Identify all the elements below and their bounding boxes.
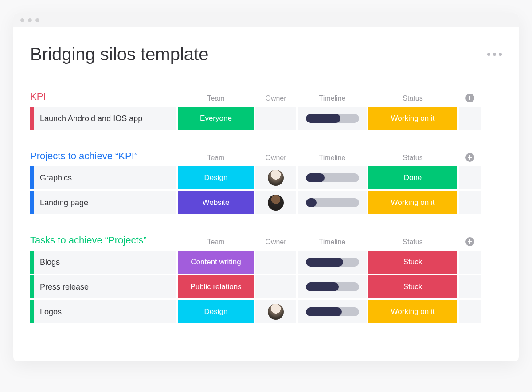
timeline-fill	[306, 173, 325, 182]
column-header-timeline[interactable]: Timeline	[298, 154, 367, 164]
plus-icon	[466, 94, 474, 102]
owner-cell[interactable]	[255, 166, 296, 189]
board-header: Bridging silos template	[30, 44, 502, 64]
table-row: Press releasePublic relationsStuck	[30, 275, 502, 298]
board-content: Bridging silos template KPITeamOwnerTime…	[13, 27, 519, 361]
window-titlebar	[13, 13, 519, 27]
group-title[interactable]: KPI	[30, 91, 176, 104]
status-cell[interactable]: Working on it	[368, 300, 457, 323]
row-tail-cell	[459, 251, 481, 274]
column-header-owner[interactable]: Owner	[255, 94, 296, 104]
owner-cell[interactable]	[255, 191, 296, 214]
timeline-bar	[306, 114, 359, 123]
column-header-owner[interactable]: Owner	[255, 238, 296, 248]
item-name-cell[interactable]: Landing page	[30, 191, 176, 214]
row-tail-cell	[459, 107, 481, 130]
timeline-bar	[306, 307, 359, 316]
timeline-cell[interactable]	[298, 300, 367, 323]
status-cell[interactable]: Stuck	[368, 251, 457, 274]
group-title[interactable]: Tasks to achieve “Projects”	[30, 235, 176, 248]
table-row: Landing pageWebsiteWorking on it	[30, 191, 502, 214]
column-header-owner[interactable]: Owner	[255, 154, 296, 164]
group: Tasks to achieve “Projects”TeamOwnerTime…	[30, 235, 502, 323]
owner-cell[interactable]	[255, 251, 296, 274]
row-tail-cell	[459, 191, 481, 214]
timeline-cell[interactable]	[298, 107, 367, 130]
plus-icon	[466, 153, 474, 162]
page-title: Bridging silos template	[30, 44, 208, 64]
team-cell[interactable]: Design	[178, 166, 254, 189]
status-cell[interactable]: Working on it	[368, 191, 457, 214]
more-menu-button[interactable]	[487, 53, 502, 56]
status-cell[interactable]: Working on it	[368, 107, 457, 130]
team-cell[interactable]: Design	[178, 300, 254, 323]
owner-cell[interactable]	[255, 107, 296, 130]
window-dot	[28, 18, 32, 22]
timeline-fill	[306, 198, 317, 207]
item-name-cell[interactable]: Launch Android and IOS app	[30, 107, 176, 130]
window-dot	[35, 18, 39, 22]
team-cell[interactable]: Website	[178, 191, 254, 214]
table-row: LogosDesignWorking on it	[30, 300, 502, 323]
team-cell[interactable]: Content writing	[178, 251, 254, 274]
timeline-cell[interactable]	[298, 191, 367, 214]
avatar	[268, 195, 284, 211]
avatar	[268, 304, 284, 320]
add-column-button[interactable]	[459, 237, 481, 248]
group-title[interactable]: Projects to achieve “KPI”	[30, 150, 176, 164]
table-row: Launch Android and IOS appEveryoneWorkin…	[30, 107, 502, 130]
status-cell[interactable]: Stuck	[368, 275, 457, 298]
timeline-bar	[306, 282, 359, 291]
table-row: GraphicsDesignDone	[30, 166, 502, 189]
column-header-status[interactable]: Status	[368, 94, 457, 104]
add-column-button[interactable]	[459, 94, 481, 104]
item-name-cell[interactable]: Press release	[30, 275, 176, 298]
row-tail-cell	[459, 275, 481, 298]
item-name-cell[interactable]: Logos	[30, 300, 176, 323]
team-cell[interactable]: Everyone	[178, 107, 254, 130]
team-cell[interactable]: Public relations	[178, 275, 254, 298]
group-header: Projects to achieve “KPI”TeamOwnerTimeli…	[30, 150, 502, 164]
group-header: Tasks to achieve “Projects”TeamOwnerTime…	[30, 235, 502, 248]
column-header-timeline[interactable]: Timeline	[298, 94, 367, 104]
timeline-fill	[306, 307, 342, 316]
column-header-team[interactable]: Team	[178, 94, 254, 104]
column-header-status[interactable]: Status	[368, 154, 457, 164]
window-dot	[20, 18, 24, 22]
add-column-button[interactable]	[459, 153, 481, 164]
column-header-team[interactable]: Team	[178, 238, 254, 248]
timeline-cell[interactable]	[298, 251, 367, 274]
table-row: BlogsContent writingStuck	[30, 251, 502, 274]
timeline-fill	[306, 258, 343, 267]
owner-cell[interactable]	[255, 300, 296, 323]
group-header: KPITeamOwnerTimelineStatus	[30, 91, 502, 104]
row-tail-cell	[459, 300, 481, 323]
timeline-bar	[306, 258, 359, 267]
group: KPITeamOwnerTimelineStatusLaunch Android…	[30, 91, 502, 130]
timeline-bar	[306, 173, 359, 182]
timeline-cell[interactable]	[298, 166, 367, 189]
app-window: Bridging silos template KPITeamOwnerTime…	[13, 13, 519, 361]
group: Projects to achieve “KPI”TeamOwnerTimeli…	[30, 150, 502, 214]
item-name-cell[interactable]: Graphics	[30, 166, 176, 189]
owner-cell[interactable]	[255, 275, 296, 298]
column-header-status[interactable]: Status	[368, 238, 457, 248]
row-tail-cell	[459, 166, 481, 189]
column-header-timeline[interactable]: Timeline	[298, 238, 367, 248]
avatar	[268, 170, 284, 186]
column-header-team[interactable]: Team	[178, 154, 254, 164]
item-name-cell[interactable]: Blogs	[30, 251, 176, 274]
timeline-bar	[306, 198, 359, 207]
timeline-fill	[306, 114, 340, 123]
timeline-fill	[306, 282, 339, 291]
status-cell[interactable]: Done	[368, 166, 457, 189]
timeline-cell[interactable]	[298, 275, 367, 298]
plus-icon	[466, 237, 474, 246]
